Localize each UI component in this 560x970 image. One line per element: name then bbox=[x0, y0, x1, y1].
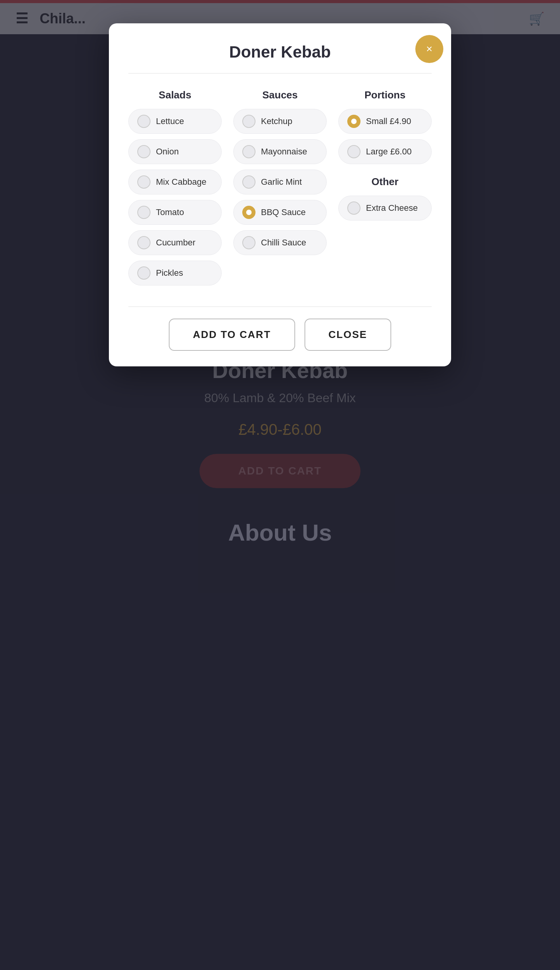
sauce-item-bbq-sauce[interactable]: BBQ Sauce bbox=[233, 200, 327, 225]
portion-label-large: Large £6.00 bbox=[366, 147, 411, 157]
salad-radio-cucumber bbox=[137, 236, 150, 249]
salad-label-tomato: Tomato bbox=[156, 207, 184, 217]
salad-item-tomato[interactable]: Tomato bbox=[128, 200, 222, 225]
portions-column-title: Portions bbox=[338, 89, 432, 101]
portion-label-small: Small £4.90 bbox=[366, 116, 411, 126]
sauce-item-mayonnaise[interactable]: Mayonnaise bbox=[233, 139, 327, 164]
bottom-divider bbox=[128, 306, 432, 307]
other-item-extra-cheese[interactable]: Extra Cheese bbox=[338, 196, 432, 221]
salad-radio-mix-cabbage bbox=[137, 175, 150, 189]
salad-radio-lettuce bbox=[137, 115, 150, 128]
sauce-radio-garlic-mint bbox=[242, 175, 256, 189]
salad-item-onion[interactable]: Onion bbox=[128, 139, 222, 164]
modal-actions: ADD TO CART CLOSE bbox=[128, 319, 432, 351]
add-to-cart-button[interactable]: ADD TO CART bbox=[169, 319, 295, 351]
salad-item-lettuce[interactable]: Lettuce bbox=[128, 109, 222, 134]
other-label-extra-cheese: Extra Cheese bbox=[366, 203, 418, 213]
sauce-label-ketchup: Ketchup bbox=[261, 116, 292, 126]
other-radio-extra-cheese bbox=[347, 201, 360, 215]
portion-radio-small bbox=[347, 115, 360, 128]
sauce-item-ketchup[interactable]: Ketchup bbox=[233, 109, 327, 134]
salad-item-cucumber[interactable]: Cucumber bbox=[128, 230, 222, 255]
salad-label-pickles: Pickles bbox=[156, 268, 183, 278]
portion-item-small[interactable]: Small £4.90 bbox=[338, 109, 432, 134]
modal: Doner Kebab × Salads Lettuce Onion Mix C… bbox=[109, 23, 451, 366]
sauce-radio-bbq-sauce bbox=[242, 206, 256, 219]
salads-column: Salads Lettuce Onion Mix Cabbage Tomato … bbox=[128, 89, 222, 291]
salad-radio-pickles bbox=[137, 266, 150, 280]
salad-label-mix-cabbage: Mix Cabbage bbox=[156, 177, 206, 187]
modal-title: Doner Kebab bbox=[128, 43, 432, 61]
sauce-label-bbq-sauce: BBQ Sauce bbox=[261, 207, 306, 217]
sauce-label-garlic-mint: Garlic Mint bbox=[261, 177, 302, 187]
sauce-radio-mayonnaise bbox=[242, 145, 256, 158]
portion-item-large[interactable]: Large £6.00 bbox=[338, 139, 432, 164]
sauces-column: Sauces Ketchup Mayonnaise Garlic Mint BB… bbox=[233, 89, 327, 291]
modal-header: Doner Kebab × bbox=[128, 43, 432, 61]
salad-label-cucumber: Cucumber bbox=[156, 238, 195, 248]
modal-close-x-button[interactable]: × bbox=[415, 35, 443, 63]
salads-column-title: Salads bbox=[128, 89, 222, 101]
sauce-item-garlic-mint[interactable]: Garlic Mint bbox=[233, 170, 327, 194]
sauce-radio-chilli-sauce bbox=[242, 236, 256, 249]
salad-radio-onion bbox=[137, 145, 150, 158]
close-button[interactable]: CLOSE bbox=[304, 319, 392, 351]
portions-column: Portions Small £4.90 Large £6.00 Other E… bbox=[338, 89, 432, 291]
salad-label-onion: Onion bbox=[156, 147, 179, 157]
sauce-label-chilli-sauce: Chilli Sauce bbox=[261, 238, 306, 248]
sauce-radio-ketchup bbox=[242, 115, 256, 128]
portion-radio-large bbox=[347, 145, 360, 158]
other-section: Other Extra Cheese bbox=[338, 176, 432, 221]
salad-label-lettuce: Lettuce bbox=[156, 116, 184, 126]
columns-container: Salads Lettuce Onion Mix Cabbage Tomato … bbox=[128, 89, 432, 291]
sauces-column-title: Sauces bbox=[233, 89, 327, 101]
modal-divider bbox=[128, 73, 432, 74]
salad-item-mix-cabbage[interactable]: Mix Cabbage bbox=[128, 170, 222, 194]
sauce-item-chilli-sauce[interactable]: Chilli Sauce bbox=[233, 230, 327, 255]
salad-radio-tomato bbox=[137, 206, 150, 219]
other-section-title: Other bbox=[338, 176, 432, 188]
salad-item-pickles[interactable]: Pickles bbox=[128, 261, 222, 285]
sauce-label-mayonnaise: Mayonnaise bbox=[261, 147, 307, 157]
